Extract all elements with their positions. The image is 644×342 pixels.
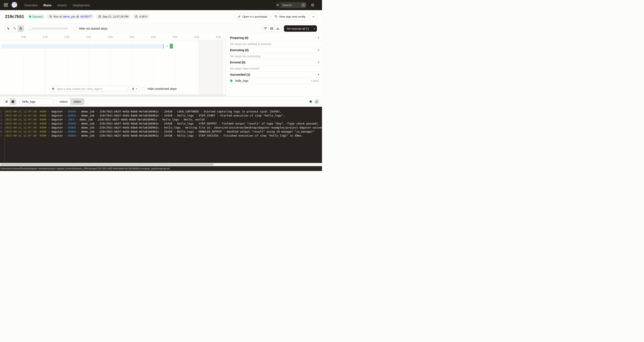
top-nav: Overview Runs Assets Deployment Search..… <box>0 0 322 10</box>
run-header: 219c7b51 Success Run of demo_job @ 4f105… <box>0 10 322 23</box>
split-panels-icon <box>270 27 273 30</box>
step-subset-input[interactable] <box>50 86 128 92</box>
axis-tick-label: 1.0s <box>43 36 48 38</box>
gantt-chart: 0.5s1.0s1.5s2.0s2.5s3.0s3.5s4.0s4.5s5.0s <box>0 34 226 96</box>
axis-tick-label: 4.0s <box>173 36 178 38</box>
nav-runs[interactable]: Runs <box>44 4 52 7</box>
panel-section-executing[interactable]: Executing (0) ▼ <box>226 47 322 53</box>
nav-assets[interactable]: Assets <box>57 4 67 7</box>
step-waiting-band <box>2 44 164 48</box>
log-step-filter-input[interactable] <box>20 98 53 105</box>
graph-query-toggle-button[interactable] <box>130 86 140 92</box>
gantt-axis: 0.5s1.0s1.5s2.0s2.5s3.0s3.5s4.0s4.5s5.0s <box>0 34 226 40</box>
gantt-right-edge <box>223 34 223 94</box>
reexecute-all-button[interactable]: Re-execute all (*) <box>284 25 312 32</box>
gantt-toolbar-right: Re-execute all (*) ▾ <box>262 25 317 32</box>
axis-tick-label: 3.0s <box>130 36 134 38</box>
dagster-octopus-icon <box>11 2 18 9</box>
step-success-dot <box>230 80 232 82</box>
dagster-logo[interactable] <box>11 2 18 9</box>
step-execution-bar[interactable] <box>170 44 173 48</box>
run-body: 0.5s1.0s1.5s2.0s2.5s3.0s3.5s4.0s4.5s5.0s <box>0 34 322 96</box>
log-view-mode-group <box>4 98 16 105</box>
log-capture-status-dot <box>310 100 312 103</box>
tab-stdout[interactable]: stdout <box>56 98 70 105</box>
run-of-label: Run of <box>54 15 62 18</box>
search-shortcut-badge: / <box>301 3 306 7</box>
hide-unselected-checkline: Hide unselected steps <box>142 87 177 90</box>
hide-unselected-checkbox[interactable] <box>142 87 146 90</box>
panel-step-row[interactable]: hello_logs 0.065s <box>226 78 322 84</box>
view-tags-config-button[interactable]: View tags and config <box>272 13 308 20</box>
step-subset-wrap <box>50 86 128 92</box>
log-line: 22023-09-21 12:07:30 -0400 - dagster - D… <box>0 114 322 118</box>
log-line: 52023-09-21 12:07:30 -0400 - dagster - D… <box>0 126 322 130</box>
download-icon[interactable] <box>314 100 318 104</box>
gantt-view-timed-button[interactable] <box>18 25 24 32</box>
open-in-launchpad-button[interactable]: Open in Launchpad <box>235 13 270 20</box>
panel-splitter-handle[interactable] <box>0 94 226 96</box>
horizontal-scrollbar-thumb[interactable] <box>0 164 214 166</box>
log-toolbar: stdout stderr <box>0 96 322 107</box>
split-panels-button[interactable] <box>268 25 275 32</box>
collapse-bottom-panel-button[interactable] <box>262 25 268 32</box>
menu-icon[interactable] <box>4 4 8 6</box>
tab-stderr[interactable]: stderr <box>70 98 84 105</box>
step-duration: 0.065s <box>311 79 320 82</box>
timestamp-label: Sep 21, 12:07:26 PM <box>102 15 128 18</box>
list-icon <box>5 100 8 103</box>
expand-top-panel-button[interactable] <box>275 25 281 32</box>
gantt-view-waterfall-button[interactable] <box>12 25 18 32</box>
chevron-down-icon: ▼ <box>318 49 320 51</box>
panel-empty-message: No steps have errored <box>226 66 322 72</box>
log-gutter-divider <box>4 107 5 163</box>
clock-icon <box>98 15 101 18</box>
log-lines: 12023-09-21 12:07:30 -0400 - dagster - D… <box>0 110 322 138</box>
main-nav: Overview Runs Assets Deployment <box>24 4 90 7</box>
log-line: 72023-09-21 12:07:30 -0400 - dagster - D… <box>0 134 322 138</box>
panel-layout-group <box>262 25 281 32</box>
zoom-slider-track[interactable] <box>29 28 68 30</box>
search-input[interactable]: Search... / <box>275 2 306 8</box>
stopwatch-icon <box>135 15 138 18</box>
log-view-structured-button[interactable] <box>4 98 10 105</box>
dagster-app: Overview Runs Assets Deployment Search..… <box>0 0 322 171</box>
panel-expand-up-icon <box>276 27 280 30</box>
hide-not-started-checkbox[interactable] <box>73 27 77 30</box>
panel-section-errored[interactable]: Errored (0) ▼ <box>226 60 322 66</box>
log-line: 42023-09-21 12:07:30 -0400 - dagster - D… <box>0 122 322 126</box>
step-marker-circle <box>166 45 168 47</box>
log-step-filter-wrap <box>20 98 53 105</box>
horizontal-scrollbar <box>0 163 322 166</box>
commit-link[interactable]: 4f105077 <box>80 15 92 18</box>
nav-deployment[interactable]: Deployment <box>73 4 90 7</box>
axis-tick-label: 3.5s <box>151 36 156 38</box>
view-tags-config-label: View tags and config <box>279 15 305 18</box>
gantt-toolbar: Hide not started steps Re-execute all (*… <box>0 23 322 34</box>
axis-tick-label: 5.0s <box>216 36 221 38</box>
panel-section-preparing[interactable]: Preparing (0) ▼ <box>226 35 322 41</box>
console-icon <box>11 100 14 103</box>
section-title: Executing (0) <box>230 48 249 52</box>
tag-icon <box>274 15 278 18</box>
log-view-raw-button[interactable] <box>10 98 16 105</box>
step-waiting-dotted-line <box>2 46 164 46</box>
more-run-actions-button[interactable] <box>310 13 317 20</box>
stopwatch-icon <box>19 27 22 30</box>
layers-icon <box>132 87 135 90</box>
zoom-slider-knob[interactable] <box>28 27 32 30</box>
chevron-down-icon <box>312 15 315 18</box>
at-separator: @ <box>76 15 79 18</box>
stdout-stderr-tabs: stdout stderr <box>56 98 84 105</box>
panel-section-succeeded[interactable]: Succeeded (1) ▼ <box>226 72 322 78</box>
duration-tag: 4.567s <box>132 14 150 19</box>
gear-icon[interactable]: ⚙ <box>311 3 314 7</box>
gantt-view-flat-button[interactable] <box>5 25 12 32</box>
chevron-up-icon <box>136 88 138 90</box>
search-placeholder: Search... <box>282 4 294 7</box>
nav-overview[interactable]: Overview <box>24 4 38 7</box>
status-badge: Success <box>27 14 45 19</box>
reexecute-options-caret[interactable]: ▾ <box>312 25 317 32</box>
axis-tick-label: 2.5s <box>108 36 113 38</box>
job-link[interactable]: demo_job <box>63 15 75 18</box>
